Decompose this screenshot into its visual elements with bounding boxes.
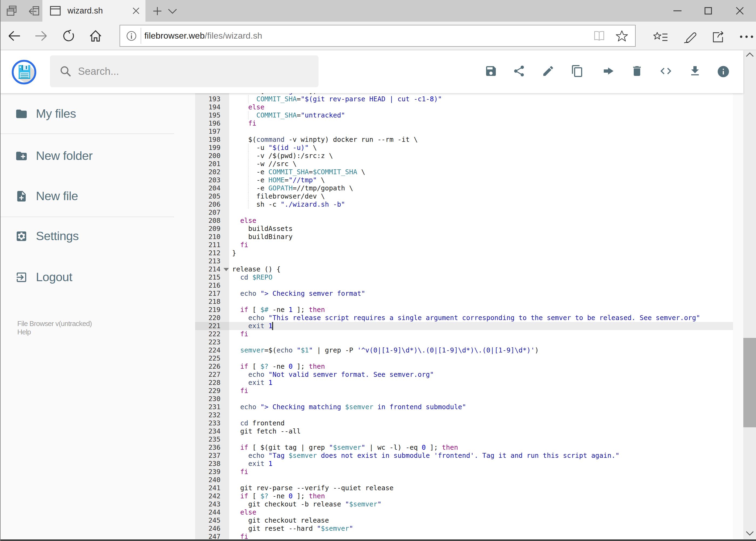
code-line: exit 1 (229, 460, 273, 468)
more-actions-icon[interactable] (739, 34, 754, 39)
favorite-star-icon[interactable] (616, 30, 628, 42)
reading-view-icon[interactable] (593, 30, 605, 42)
copy-icon[interactable] (570, 64, 584, 78)
gutter-line-number: 224 (195, 346, 229, 354)
back-icon[interactable] (8, 31, 21, 41)
scroll-down-icon[interactable] (746, 531, 754, 536)
page-icon (50, 6, 61, 16)
code-line: filebrowser/dev \ (229, 192, 325, 201)
code-line (229, 257, 232, 265)
browser-tab[interactable]: wizard.sh (42, 0, 145, 22)
sidebar-item-logout[interactable]: Logout (0, 265, 175, 290)
tab-preview-icon[interactable] (6, 5, 17, 16)
minimize-icon[interactable] (663, 6, 692, 16)
gutter-line-number: 231 (195, 403, 229, 411)
code-line: -e GOPATH=//tmp/gopath \ (229, 184, 353, 192)
sidebar-item-label: Settings (36, 229, 79, 243)
download-icon[interactable] (688, 64, 702, 78)
save-icon[interactable] (484, 64, 498, 78)
code-line: fi (229, 241, 248, 249)
web-note-icon[interactable] (683, 31, 697, 44)
hub-icon[interactable] (653, 31, 668, 43)
code-line (229, 209, 232, 217)
code-line: exit 1 (229, 322, 273, 330)
code-line (229, 476, 232, 484)
sidebar-item-settings[interactable]: Settings (0, 224, 175, 249)
code-line: if [ -d ".git" ]; then (229, 93, 337, 95)
gutter-line-number: 206 (195, 201, 229, 209)
raw-code-icon[interactable] (659, 64, 673, 78)
code-line: cd $REPO (229, 273, 273, 281)
tab-title: wizard.sh (68, 0, 103, 22)
gutter-line-number: 244 (195, 508, 229, 516)
fold-arrow-icon[interactable] (223, 268, 229, 271)
code-line: semver=$(echo "$1" | grep -P '^v(0|[1-9]… (229, 346, 539, 354)
indent-guide (248, 184, 249, 192)
code-line: echo "Tag $semver does not exist in subm… (229, 452, 620, 460)
gutter-line-number: 243 (195, 500, 229, 508)
indent-guide (248, 176, 249, 184)
code-line: -e COMMIT_SHA=$COMMIT_SHA \ (229, 168, 365, 176)
code-line: echo "> Checking semver format" (229, 289, 365, 297)
text-cursor (272, 322, 273, 330)
help-link[interactable]: Help (17, 328, 31, 336)
info-icon[interactable] (716, 65, 730, 79)
gutter-line-number: 226 (195, 362, 229, 370)
refresh-icon[interactable] (62, 29, 75, 42)
gutter-line-number: 245 (195, 516, 229, 525)
gutter-line-number: 235 (195, 435, 229, 443)
code-line: git rev-parse --verify --quiet release (229, 484, 393, 492)
gutter-line-number: 223 (195, 338, 229, 346)
gutter-line-number: 208 (195, 217, 229, 225)
file-browser-logo[interactable] (12, 60, 36, 85)
gutter-line-number: 238 (195, 460, 229, 468)
code-line: echo "Not valid semver format. See semve… (229, 370, 434, 379)
sidebar-item-my-files[interactable]: My files (0, 101, 175, 126)
code-line: else (229, 217, 256, 225)
new-folder-icon (15, 150, 28, 162)
window-close-icon[interactable] (725, 6, 754, 16)
editor-gutter: 1921931941951961971981992002012022032042… (195, 93, 229, 541)
gutter-line-number: 192 (195, 93, 229, 95)
gutter-line-number: 233 (195, 419, 229, 427)
gutter-line-number: 207 (195, 209, 229, 217)
scroll-up-icon[interactable] (746, 52, 754, 57)
gutter-line-number: 239 (195, 468, 229, 476)
gutter-line-number: 242 (195, 492, 229, 500)
gutter-line-number: 203 (195, 176, 229, 184)
delete-icon[interactable] (630, 64, 644, 78)
code-line: if [ $? -ne 0 ]; then (229, 362, 325, 370)
forward-icon[interactable] (34, 31, 48, 41)
code-line (229, 281, 232, 289)
page-scrollbar[interactable] (743, 50, 756, 541)
scrollbar-thumb[interactable] (743, 338, 756, 427)
sidebar-item-new-folder[interactable]: New folder (0, 143, 175, 169)
site-info-icon[interactable] (126, 31, 137, 41)
tab-close-icon[interactable] (132, 7, 140, 15)
code-line: fi (229, 387, 248, 395)
code-editor[interactable]: if [ -d ".git" ]; then COMMIT_SHA="$(git… (195, 93, 733, 541)
url-host: filebrowser.web (144, 31, 205, 41)
gutter-line-number: 241 (195, 484, 229, 492)
code-line: else (229, 103, 265, 111)
share-icon[interactable] (711, 31, 725, 43)
url-text[interactable]: filebrowser.web/files/wizard.sh (144, 25, 262, 46)
share-file-icon[interactable] (512, 64, 526, 78)
search-bar[interactable]: Search... (50, 55, 319, 87)
code-line: -e HOME="//tmp" \ (229, 176, 325, 184)
code-line: fi (229, 330, 248, 338)
address-bar[interactable]: filebrowser.web/files/wizard.sh (120, 25, 635, 47)
sidebar-item-new-file[interactable]: New file (0, 184, 175, 209)
search-icon (60, 65, 72, 77)
edit-icon[interactable] (541, 64, 555, 78)
maximize-icon[interactable] (694, 6, 723, 16)
code-line: exit 1 (229, 379, 273, 387)
new-tab-icon[interactable] (153, 6, 162, 16)
home-icon[interactable] (89, 29, 102, 42)
code-line: if [ $(git tag | grep "$semver" | wc -l)… (229, 443, 458, 452)
move-icon[interactable] (601, 64, 615, 78)
tabs-aside-icon[interactable] (28, 6, 39, 16)
gutter-line-number: 198 (195, 136, 229, 144)
code-line: sh -c "./wizard.sh -b" (229, 201, 345, 209)
tabs-dropdown-icon[interactable] (167, 8, 177, 15)
